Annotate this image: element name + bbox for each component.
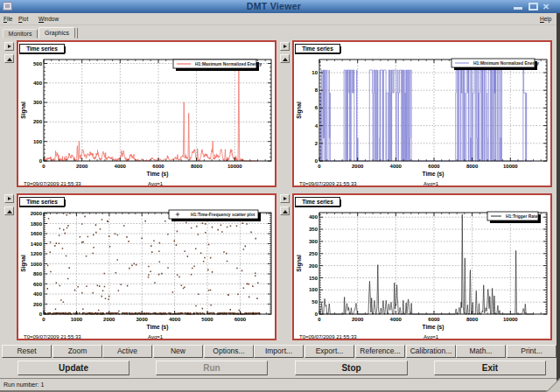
svg-text:8000: 8000 — [466, 317, 479, 322]
svg-text:8: 8 — [315, 88, 318, 93]
svg-text:0: 0 — [42, 317, 46, 322]
svg-text:8000: 8000 — [466, 164, 479, 169]
svg-text:50: 50 — [312, 299, 318, 304]
svg-text:4000: 4000 — [390, 317, 402, 322]
svg-text:T0=09/07/2009 21:55:33: T0=09/07/2009 21:55:33 — [24, 334, 81, 339]
svg-text:8000: 8000 — [191, 164, 203, 169]
svg-text:2000: 2000 — [352, 317, 364, 322]
svg-text:600: 600 — [33, 282, 43, 287]
svg-text:400: 400 — [33, 80, 43, 86]
svg-text:6000: 6000 — [428, 164, 440, 169]
svg-text:H1:Trigger Rate: H1:Trigger Rate — [506, 214, 538, 219]
svg-text:H1:Minimum Normalized Energy: H1:Minimum Normalized Energy — [473, 61, 539, 66]
svg-text:Time (s): Time (s) — [147, 171, 169, 178]
svg-text:10000: 10000 — [503, 317, 518, 322]
svg-text:1000: 1000 — [31, 262, 43, 267]
svg-text:Signal: Signal — [20, 102, 27, 119]
svg-text:Avg=1: Avg=1 — [148, 334, 164, 339]
svg-text:10000: 10000 — [503, 164, 518, 169]
svg-text:400: 400 — [33, 291, 43, 297]
svg-text:Avg=1: Avg=1 — [148, 181, 164, 186]
svg-text:T0=09/07/2009 21:55:33: T0=09/07/2009 21:55:33 — [24, 181, 81, 186]
svg-text:Time (s): Time (s) — [423, 324, 444, 331]
svg-text:4000: 4000 — [390, 164, 402, 169]
svg-text:400: 400 — [309, 214, 318, 220]
svg-text:Signal: Signal — [296, 255, 303, 272]
svg-text:800: 800 — [33, 271, 43, 276]
svg-text:1400: 1400 — [31, 242, 43, 247]
svg-text:1200: 1200 — [31, 251, 43, 256]
svg-text:350: 350 — [309, 227, 318, 232]
svg-text:10000: 10000 — [228, 164, 242, 169]
svg-text:6: 6 — [315, 105, 318, 110]
svg-text:0: 0 — [42, 164, 46, 169]
svg-text:1600: 1600 — [31, 231, 43, 236]
svg-text:0: 0 — [318, 164, 321, 169]
svg-text:2000: 2000 — [31, 211, 43, 216]
svg-text:1800: 1800 — [31, 221, 43, 227]
svg-text:2000: 2000 — [103, 317, 116, 322]
svg-text:6000: 6000 — [152, 164, 164, 169]
svg-text:T0=09/07/2009 21:55:33: T0=09/07/2009 21:55:33 — [299, 334, 357, 339]
svg-text:Avg=1: Avg=1 — [424, 181, 439, 186]
svg-text:200: 200 — [33, 302, 43, 307]
svg-text:500: 500 — [33, 61, 43, 66]
svg-text:Time (s): Time (s) — [147, 324, 169, 331]
svg-text:10: 10 — [312, 70, 318, 75]
svg-text:H1:Time-Frequency scatter plot: H1:Time-Frequency scatter plot — [191, 213, 256, 217]
svg-text:4: 4 — [315, 123, 318, 129]
svg-text:4000: 4000 — [115, 164, 127, 169]
svg-text:5000: 5000 — [201, 317, 214, 322]
svg-text:250: 250 — [309, 251, 318, 256]
svg-text:3000: 3000 — [136, 317, 149, 322]
svg-text:6000: 6000 — [428, 317, 440, 322]
svg-text:Time (s): Time (s) — [423, 171, 444, 178]
svg-text:Signal: Signal — [296, 102, 303, 119]
svg-text:Signal: Signal — [20, 255, 27, 272]
svg-text:300: 300 — [309, 239, 318, 244]
svg-text:2000: 2000 — [76, 164, 88, 169]
svg-text:200: 200 — [33, 119, 43, 124]
svg-text:0: 0 — [318, 317, 321, 322]
svg-text:300: 300 — [33, 100, 43, 105]
svg-text:150: 150 — [309, 276, 318, 281]
svg-text:2000: 2000 — [352, 164, 364, 169]
svg-text:4000: 4000 — [169, 317, 181, 322]
svg-text:Avg=1: Avg=1 — [424, 334, 439, 339]
svg-text:T0=09/07/2009 21:55:33: T0=09/07/2009 21:55:33 — [299, 181, 357, 186]
svg-text:1000: 1000 — [71, 317, 83, 322]
svg-text:100: 100 — [33, 139, 43, 144]
svg-text:2: 2 — [315, 141, 318, 146]
svg-text:100: 100 — [309, 287, 318, 292]
svg-text:H1:Maximum Normalized Energy: H1:Maximum Normalized Energy — [195, 62, 262, 66]
svg-text:200: 200 — [309, 263, 318, 269]
svg-text:6000: 6000 — [234, 317, 247, 322]
